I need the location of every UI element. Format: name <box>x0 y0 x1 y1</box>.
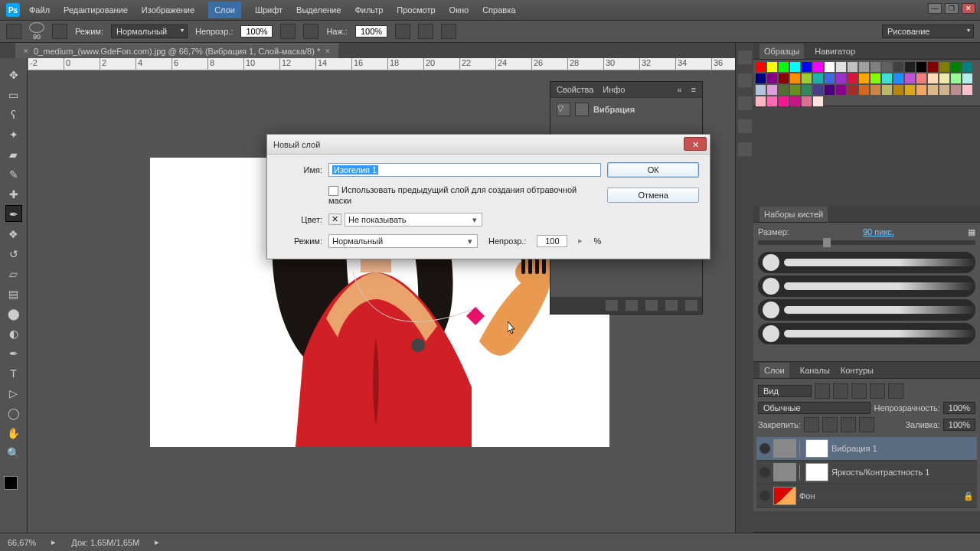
swatch[interactable] <box>848 73 858 83</box>
swatch[interactable] <box>825 62 835 72</box>
cancel-button[interactable]: Отмена <box>607 187 699 203</box>
swatch[interactable] <box>790 73 800 83</box>
info-tab[interactable]: Инфо <box>603 85 625 94</box>
swatch[interactable] <box>928 62 938 72</box>
layer-name[interactable]: Вибрация 1 <box>831 444 877 453</box>
lock-pixels-icon[interactable] <box>822 417 838 432</box>
brush-size-readout[interactable]: 90 пикс. <box>863 227 894 237</box>
strip-icon[interactable] <box>738 73 752 87</box>
airbrush-icon[interactable] <box>418 24 433 39</box>
swatch[interactable] <box>859 85 869 95</box>
swatch[interactable] <box>916 73 926 83</box>
blur-tool[interactable]: ⬤ <box>5 305 22 321</box>
layers-tab[interactable]: Слои <box>760 363 789 378</box>
lock-trans-icon[interactable] <box>804 417 819 432</box>
swatch-grid[interactable] <box>753 60 980 106</box>
brush-preset-list[interactable] <box>758 249 975 357</box>
swatch[interactable] <box>939 62 949 72</box>
swatch[interactable] <box>939 85 949 95</box>
menu-item-0[interactable]: Файл <box>29 5 50 15</box>
navigator-tab[interactable]: Навигатор <box>815 47 855 56</box>
crop-tool[interactable]: ▰ <box>5 145 22 162</box>
clip-icon[interactable] <box>606 300 618 311</box>
swatch[interactable] <box>779 73 789 83</box>
swatch[interactable] <box>916 62 926 72</box>
layer-name[interactable]: Яркость/Контрастность 1 <box>831 468 930 477</box>
wand-tool[interactable]: ✦ <box>5 126 22 142</box>
swatch[interactable] <box>802 96 812 106</box>
swatch[interactable] <box>916 85 926 95</box>
swatch[interactable] <box>871 85 880 95</box>
pressure-opacity-icon[interactable] <box>303 24 318 39</box>
swatch[interactable] <box>939 73 949 83</box>
blend-mode-select[interactable]: Нормальный <box>111 24 188 38</box>
layer-row[interactable]: Вибрация 1 <box>756 437 977 461</box>
filter-type-icon[interactable] <box>851 383 867 399</box>
mask-icon[interactable] <box>575 103 589 116</box>
strip-icon[interactable] <box>738 119 752 133</box>
strip-icon[interactable] <box>738 51 752 64</box>
swatch[interactable] <box>871 62 880 72</box>
swatch[interactable] <box>859 73 869 83</box>
swatch[interactable] <box>905 85 915 95</box>
minimize-button[interactable]: — <box>928 3 942 14</box>
swatch[interactable] <box>756 62 766 72</box>
visibility-toggle[interactable] <box>760 491 770 501</box>
move-tool[interactable]: ✥ <box>5 66 22 83</box>
lasso-tool[interactable]: ʕ <box>5 106 22 122</box>
strip-icon[interactable] <box>738 96 752 110</box>
layer-row[interactable]: Фон 🔒 <box>756 484 977 508</box>
panel-collapse-icon[interactable]: « <box>677 85 681 94</box>
view-prev-icon[interactable] <box>626 300 638 311</box>
close-app-button[interactable]: ✕ <box>962 3 975 14</box>
brush-toggle-icon[interactable]: ▦ <box>968 227 975 237</box>
swatch[interactable] <box>962 62 972 72</box>
filter-img-icon[interactable] <box>815 383 830 399</box>
swatch[interactable] <box>779 62 789 72</box>
swatch[interactable] <box>859 62 869 72</box>
tool-preset-icon[interactable] <box>6 24 21 39</box>
swatch[interactable] <box>756 85 766 95</box>
tab-close-icon-2[interactable]: ✕ <box>325 47 331 55</box>
menu-item-1[interactable]: Редактирование <box>64 5 128 15</box>
swatch[interactable] <box>813 96 823 106</box>
pen-tool[interactable]: ✒ <box>5 344 22 361</box>
swatch[interactable] <box>790 62 800 72</box>
visibility-toggle[interactable] <box>760 443 770 454</box>
swatch[interactable] <box>962 85 972 95</box>
swatch[interactable] <box>767 85 777 95</box>
path-select-tool[interactable]: ▷ <box>5 384 22 401</box>
marquee-tool[interactable]: ▭ <box>5 86 22 103</box>
layer-fill-input[interactable]: 100% <box>943 419 975 431</box>
opacity-input[interactable]: 100% <box>240 25 273 37</box>
swatch[interactable] <box>951 85 961 95</box>
swatch[interactable] <box>825 85 835 95</box>
menu-item-5[interactable]: Выделение <box>296 5 341 15</box>
channels-tab[interactable]: Каналы <box>800 366 830 375</box>
opacity-input-dlg[interactable]: 100 <box>537 235 567 247</box>
swatch[interactable] <box>951 62 961 72</box>
swatch[interactable] <box>802 85 812 95</box>
menu-item-7[interactable]: Просмотр <box>397 5 435 15</box>
swatch[interactable] <box>905 62 915 72</box>
brushes-tab[interactable]: Наборы кистей <box>760 207 828 222</box>
paths-tab[interactable]: Контуры <box>841 366 874 375</box>
swatch[interactable] <box>848 85 858 95</box>
swatch[interactable] <box>813 85 823 95</box>
dialog-titlebar[interactable]: Новый слой ✕ <box>267 135 710 155</box>
swatch[interactable] <box>767 96 777 106</box>
filter-smart-icon[interactable] <box>888 383 903 399</box>
swatch[interactable] <box>790 85 800 95</box>
mask-thumb[interactable] <box>805 463 828 481</box>
filter-shape-icon[interactable] <box>870 383 885 399</box>
swatch[interactable] <box>756 73 766 83</box>
status-flyout-icon[interactable]: ▸ <box>155 537 159 547</box>
heal-tool[interactable]: ✚ <box>5 185 22 202</box>
eyedropper-tool[interactable]: ✎ <box>5 165 22 182</box>
brush-tool[interactable]: ✒ <box>5 205 22 222</box>
flow-input[interactable]: 100% <box>355 25 387 37</box>
mask-thumb[interactable] <box>805 439 828 458</box>
menu-item-3[interactable]: Слои <box>208 2 241 18</box>
brush-panel-toggle[interactable] <box>52 24 67 39</box>
swatch[interactable] <box>767 73 777 83</box>
